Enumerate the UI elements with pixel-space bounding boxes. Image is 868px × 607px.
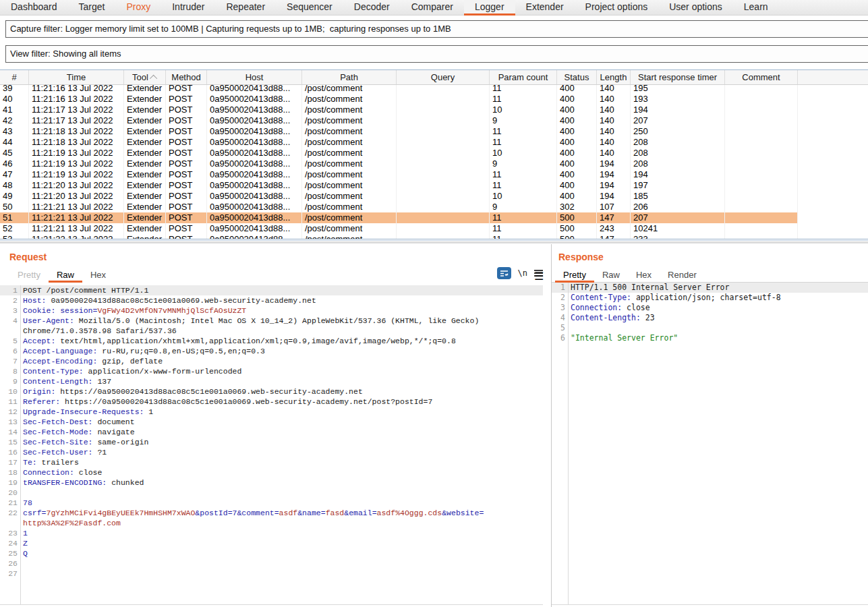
response-tab-raw[interactable]: Raw (594, 268, 628, 282)
log-cell: 400 (557, 137, 597, 148)
log-cell: 9 (490, 158, 557, 169)
table-row[interactable]: 4811:21:20 13 Jul 2022ExtenderPOST0a9500… (0, 180, 868, 191)
table-row[interactable]: 5111:21:21 13 Jul 2022ExtenderPOST0a9500… (0, 212, 868, 223)
log-cell: 400 (557, 191, 597, 202)
tab-comparer[interactable]: Comparer (401, 0, 464, 15)
request-line-text (21, 488, 23, 498)
table-row[interactable]: 4411:21:18 13 Jul 2022ExtenderPOST0a9500… (0, 137, 868, 148)
pretty-print-icon[interactable] (497, 267, 511, 279)
column-header-param-count[interactable]: Param count (490, 70, 557, 84)
table-row[interactable]: 3911:21:16 13 Jul 2022ExtenderPOST0a9500… (0, 85, 868, 94)
tab-logger[interactable]: Logger (464, 0, 515, 15)
table-row[interactable]: 4911:21:20 13 Jul 2022ExtenderPOST0a9500… (0, 191, 868, 202)
line-number: 3 (552, 303, 569, 313)
request-line: 8Content-Type: application/x-www-form-ur… (0, 366, 543, 376)
log-cell: POST (166, 105, 207, 115)
request-tab-pretty[interactable]: Pretty (9, 268, 49, 282)
log-cell (397, 105, 490, 115)
request-tab-raw[interactable]: Raw (49, 268, 82, 282)
table-row[interactable]: 5311:21:22 13 Jul 2022ExtenderPOST0a9500… (0, 234, 868, 239)
log-cell: 0a9500020413d88... (207, 137, 302, 148)
view-filter-bar[interactable]: View filter: Showing all items (5, 45, 868, 63)
request-panel: Request PrettyRawHex \n ☰ 1POST /post/co… (0, 244, 551, 607)
capture-filter-bar[interactable]: Capture filter: Logger memory limit set … (5, 20, 868, 38)
line-number: 24 (0, 538, 21, 548)
log-cell: 11:21:17 13 Jul 2022 (29, 115, 124, 126)
response-tab-pretty[interactable]: Pretty (555, 268, 594, 282)
tab-proxy[interactable]: Proxy (115, 0, 161, 15)
log-table-body: 3911:21:16 13 Jul 2022ExtenderPOST0a9500… (0, 85, 868, 239)
log-cell: Extender (124, 202, 166, 212)
column-header-host[interactable]: Host (207, 70, 302, 84)
tab-dashboard[interactable]: Dashboard (0, 0, 68, 15)
tab-project-options[interactable]: Project options (575, 0, 659, 15)
request-editor[interactable]: 1POST /post/comment HTTP/1.12Host: 0a950… (0, 285, 543, 605)
table-row[interactable]: 5011:21:21 13 Jul 2022ExtenderPOST0a9500… (0, 202, 868, 212)
log-cell: 0a9500020413d88... (207, 115, 302, 126)
request-line-text: User-Agent: Mozilla/5.0 (Macintosh; Inte… (21, 316, 479, 326)
response-line: 3Connection: close (552, 303, 868, 313)
tab-intruder[interactable]: Intruder (161, 0, 215, 15)
response-editor[interactable]: 1HTTP/1.1 500 Internal Server Error2Cont… (552, 283, 868, 605)
tab-sequencer[interactable]: Sequencer (276, 0, 343, 15)
table-bottom-border (0, 239, 868, 239)
request-line: 12Upgrade-Insecure-Requests: 1 (0, 407, 543, 417)
column-header-query[interactable]: Query (397, 70, 490, 84)
tab-repeater[interactable]: Repeater (215, 0, 276, 15)
log-cell: 11 (490, 94, 557, 105)
table-row[interactable]: 4711:21:19 13 Jul 2022ExtenderPOST0a9500… (0, 169, 868, 180)
table-row[interactable]: 4011:21:16 13 Jul 2022ExtenderPOST0a9500… (0, 94, 868, 105)
column-header-status[interactable]: Status (557, 70, 597, 84)
table-row[interactable]: 4311:21:18 13 Jul 2022ExtenderPOST0a9500… (0, 126, 868, 137)
line-number (0, 518, 21, 528)
log-cell: 11:21:16 13 Jul 2022 (29, 94, 124, 105)
request-line: 24Z (0, 538, 543, 548)
column-header--[interactable]: # (0, 70, 29, 84)
table-row[interactable]: 4111:21:17 13 Jul 2022ExtenderPOST0a9500… (0, 105, 868, 115)
log-cell: 11:21:21 13 Jul 2022 (29, 223, 124, 234)
request-line-text: Sec-Fetch-Site: same-origin (21, 437, 148, 447)
request-line: 4User-Agent: Mozilla/5.0 (Macintosh; Int… (0, 316, 543, 326)
tab-target[interactable]: Target (68, 0, 116, 15)
column-header-time[interactable]: Time (29, 70, 124, 84)
column-header-length[interactable]: Length (597, 70, 631, 84)
newline-toggle-icon[interactable]: \n (518, 268, 527, 278)
log-cell: 500 (557, 234, 597, 239)
tab-extender[interactable]: Extender (515, 0, 575, 15)
request-line: 18Connection: close (0, 467, 543, 478)
menu-icon[interactable]: ☰ (534, 270, 543, 277)
log-cell: 208 (631, 158, 725, 169)
log-cell (725, 212, 798, 223)
top-tab-bar: DashboardTargetProxyIntruderRepeaterSequ… (0, 0, 868, 16)
table-row[interactable]: 4611:21:19 13 Jul 2022ExtenderPOST0a9500… (0, 158, 868, 169)
line-number: 5 (0, 336, 21, 346)
log-cell (397, 223, 490, 234)
line-number: 15 (0, 437, 21, 447)
column-header-comment[interactable]: Comment (725, 70, 798, 84)
response-tab-render[interactable]: Render (660, 268, 705, 282)
log-cell (798, 202, 868, 212)
tab-decoder[interactable]: Decoder (343, 0, 401, 15)
table-row[interactable]: 5211:21:21 13 Jul 2022ExtenderPOST0a9500… (0, 223, 868, 234)
response-line-text: Content-Type: application/json; charset=… (569, 293, 781, 303)
log-cell: 11:21:19 13 Jul 2022 (29, 169, 124, 180)
log-cell: 44 (0, 137, 29, 148)
log-cell (397, 169, 490, 180)
tab-learn[interactable]: Learn (733, 0, 779, 15)
log-cell: 0a9500020413d88... (207, 126, 302, 137)
log-cell: 9 (490, 115, 557, 126)
response-tab-hex[interactable]: Hex (628, 268, 660, 282)
log-cell: 11 (490, 137, 557, 148)
column-header-tool[interactable]: Tool (124, 70, 166, 84)
horizontal-splitter[interactable] (0, 241, 868, 243)
request-line: 26 (0, 558, 543, 569)
table-row[interactable]: 4511:21:19 13 Jul 2022ExtenderPOST0a9500… (0, 148, 868, 158)
column-header-path[interactable]: Path (302, 70, 397, 84)
line-number: 11 (0, 397, 21, 407)
tab-user-options[interactable]: User options (658, 0, 733, 15)
request-tab-hex[interactable]: Hex (82, 268, 114, 282)
column-header-start-response-timer[interactable]: Start response timer (631, 70, 725, 84)
table-row[interactable]: 4211:21:17 13 Jul 2022ExtenderPOST0a9500… (0, 115, 868, 126)
column-header-method[interactable]: Method (166, 70, 207, 84)
log-cell (798, 223, 868, 234)
